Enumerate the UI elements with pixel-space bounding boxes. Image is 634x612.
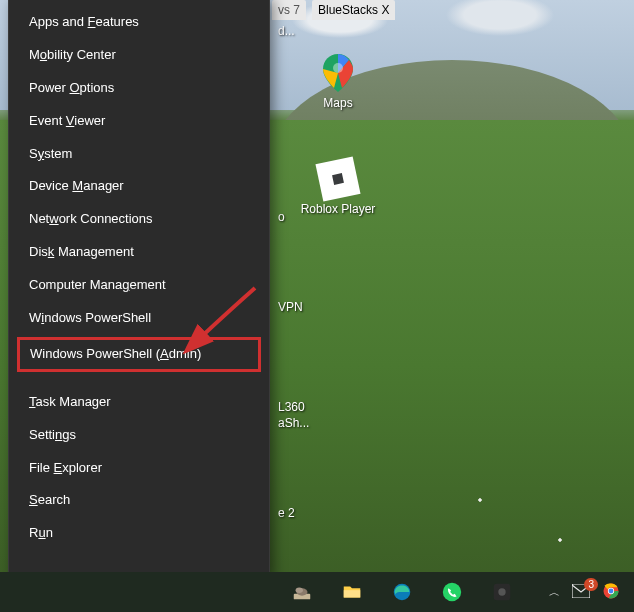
winx-item-windows-powershell-admin[interactable]: Windows PowerShell (Admin) xyxy=(17,337,261,372)
winx-item-mobility-center[interactable]: Mobility Center xyxy=(9,39,269,72)
winx-item-power-options[interactable]: Power Options xyxy=(9,72,269,105)
svg-point-6 xyxy=(443,583,461,601)
winx-item-apps-and-features[interactable]: Apps and Features xyxy=(9,6,269,39)
taskbar-left-gap xyxy=(6,572,276,612)
winx-item-run[interactable]: Run xyxy=(9,517,269,550)
truncated-label: e 2 xyxy=(278,506,318,520)
winx-item-label: Computer Management xyxy=(29,277,166,294)
desktop-icon-roblox[interactable]: Roblox Player xyxy=(300,158,376,217)
winx-item-label: Device Manager xyxy=(29,178,124,195)
tray-chrome-icon[interactable] xyxy=(602,582,620,603)
winx-menu: Apps and FeaturesMobility CenterPower Op… xyxy=(8,0,270,580)
taskbar-app-dark[interactable] xyxy=(478,572,526,612)
taskbar-app-1[interactable] xyxy=(278,572,326,612)
winx-item-search[interactable]: Search xyxy=(9,484,269,517)
truncated-label: d... xyxy=(278,24,318,38)
winx-item-settings[interactable]: Settings xyxy=(9,419,269,452)
svg-rect-4 xyxy=(344,590,361,597)
svg-point-8 xyxy=(498,588,505,595)
winx-item-device-manager[interactable]: Device Manager xyxy=(9,170,269,203)
truncated-label: o xyxy=(278,210,318,224)
mail-badge: 3 xyxy=(584,578,598,591)
winx-item-label: Apps and Features xyxy=(29,14,139,31)
tray-overflow-icon[interactable]: ︿ xyxy=(549,585,560,600)
winx-item-label: System xyxy=(29,146,72,163)
winx-item-network-connections[interactable]: Network Connections xyxy=(9,203,269,236)
winx-item-label: Run xyxy=(29,525,53,542)
winx-item-label: Windows PowerShell (Admin) xyxy=(30,346,201,363)
background-window-tabs: vs 7 BlueStacks X xyxy=(272,0,395,20)
winx-item-windows-powershell[interactable]: Windows PowerShell xyxy=(9,302,269,335)
taskbar: ︿ 3 xyxy=(0,572,634,612)
taskbar-whatsapp[interactable] xyxy=(428,572,476,612)
winx-item-label: Network Connections xyxy=(29,211,153,228)
maps-icon xyxy=(317,52,359,94)
winx-item-label: Event Viewer xyxy=(29,113,105,130)
tab-partial-1[interactable]: vs 7 xyxy=(272,0,306,20)
winx-item-event-viewer[interactable]: Event Viewer xyxy=(9,105,269,138)
taskbar-file-explorer[interactable] xyxy=(328,572,376,612)
winx-item-disk-management[interactable]: Disk Management xyxy=(9,236,269,269)
winx-item-label: Settings xyxy=(29,427,76,444)
winx-item-label: File Explorer xyxy=(29,460,102,477)
truncated-label: aSh... xyxy=(278,416,318,430)
desktop-icon-maps[interactable]: Maps xyxy=(300,52,376,111)
system-tray: ︿ 3 xyxy=(549,582,628,603)
svg-point-3 xyxy=(296,587,303,593)
roblox-icon xyxy=(317,158,359,200)
taskbar-edge[interactable] xyxy=(378,572,426,612)
winx-item-file-explorer[interactable]: File Explorer xyxy=(9,452,269,485)
truncated-label: VPN xyxy=(278,300,318,314)
svg-point-0 xyxy=(333,63,343,73)
winx-item-system[interactable]: System xyxy=(9,138,269,171)
winx-item-label: Mobility Center xyxy=(29,47,116,64)
tab-partial-2[interactable]: BlueStacks X xyxy=(312,0,395,20)
winx-item-label: Task Manager xyxy=(29,394,111,411)
winx-item-label: Power Options xyxy=(29,80,114,97)
desktop-icon-label: Maps xyxy=(300,97,376,111)
winx-item-computer-management[interactable]: Computer Management xyxy=(9,269,269,302)
winx-item-label: Windows PowerShell xyxy=(29,310,151,327)
winx-item-label: Disk Management xyxy=(29,244,134,261)
winx-item-label: Search xyxy=(29,492,70,509)
tray-mail-icon[interactable]: 3 xyxy=(572,584,590,601)
svg-point-12 xyxy=(609,588,614,593)
winx-item-task-manager[interactable]: Task Manager xyxy=(9,386,269,419)
truncated-label: L360 xyxy=(278,400,318,414)
